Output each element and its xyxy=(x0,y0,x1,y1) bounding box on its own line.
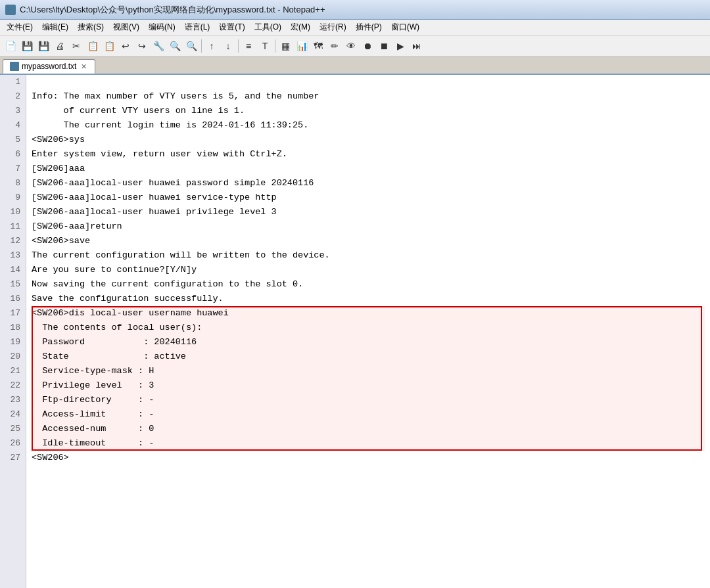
active-tab[interactable]: mypassword.txt ✕ xyxy=(3,59,95,74)
lines-container: Info: The max number of VTY users is 5, … xyxy=(32,75,705,465)
tab-close-button[interactable]: ✕ xyxy=(79,62,88,71)
editor: 1234567891011121314151617181920212223242… xyxy=(0,75,710,588)
code-line: <SW206>sys xyxy=(32,133,705,147)
toolbar-button[interactable]: 🗺 xyxy=(310,38,326,54)
toolbar-button[interactable]: ⏺ xyxy=(360,38,375,54)
toolbar-button[interactable]: ▶ xyxy=(392,38,408,54)
menu-item[interactable]: 搜索(S) xyxy=(74,20,108,34)
toolbar-button[interactable]: ⏭ xyxy=(409,38,425,54)
toolbar-icon: ⏺ xyxy=(363,41,372,51)
line-number: 21 xyxy=(5,364,20,378)
menu-item[interactable]: 文件(E) xyxy=(3,20,37,34)
toolbar-icon: ↓ xyxy=(226,41,231,51)
editor-content: 1234567891011121314151617181920212223242… xyxy=(0,75,710,588)
line-number: 13 xyxy=(5,248,20,263)
app-icon xyxy=(5,5,16,15)
toolbar-icon: 📄 xyxy=(5,41,16,51)
toolbar-button[interactable]: 💾 xyxy=(19,38,35,54)
toolbar: 📄💾💾🖨✂📋📋↩↪🔧🔍🔍↑↓≡T▦📊🗺✏👁⏺⏹▶⏭ xyxy=(0,35,710,57)
menu-item[interactable]: 语言(L) xyxy=(181,20,214,34)
toolbar-button[interactable]: ↓ xyxy=(220,38,236,54)
toolbar-icon: 💾 xyxy=(22,41,33,51)
toolbar-separator xyxy=(238,39,239,53)
code-line: Access-limit : - xyxy=(32,407,705,422)
toolbar-icon: 📋 xyxy=(87,41,99,51)
toolbar-separator xyxy=(275,39,275,53)
code-line: State : active xyxy=(32,350,705,364)
toolbar-button[interactable]: ↩ xyxy=(118,38,133,54)
code-line: The current login time is 2024-01-16 11:… xyxy=(32,118,705,133)
toolbar-separator xyxy=(201,39,202,53)
code-line: [SW206]aaa xyxy=(32,162,705,176)
toolbar-button[interactable]: ✂ xyxy=(68,38,84,54)
menu-item[interactable]: 宏(M) xyxy=(287,20,314,34)
toolbar-icon: ▦ xyxy=(281,41,290,51)
line-number: 17 xyxy=(5,306,20,321)
line-number: 3 xyxy=(5,104,20,118)
toolbar-icon: 📊 xyxy=(296,41,308,51)
title-bar: C:\Users\lty\Desktop\公众号\python实现网络自动化\m… xyxy=(0,0,710,20)
code-line: [SW206-aaa]local-user huawei service-typ… xyxy=(32,191,705,205)
menu-item[interactable]: 插件(P) xyxy=(352,20,386,34)
toolbar-button[interactable]: ✏ xyxy=(327,38,343,54)
code-line: Now saving the current configuration to … xyxy=(32,277,705,292)
toolbar-button[interactable]: 📋 xyxy=(85,38,101,54)
line-number: 23 xyxy=(5,393,20,407)
toolbar-button[interactable]: 👁 xyxy=(343,38,359,54)
line-number: 12 xyxy=(5,234,20,248)
line-number: 27 xyxy=(5,451,20,465)
code-line: Enter system view, return user view with… xyxy=(32,147,705,162)
toolbar-button[interactable]: 📋 xyxy=(101,38,117,54)
line-number: 16 xyxy=(5,292,20,306)
toolbar-icon: 👁 xyxy=(346,41,356,51)
toolbar-button[interactable]: ≡ xyxy=(241,38,256,54)
menu-item[interactable]: 工具(O) xyxy=(250,20,285,34)
toolbar-button[interactable]: 🖨 xyxy=(52,38,68,54)
menu-item[interactable]: 运行(R) xyxy=(316,20,350,34)
menu-item[interactable]: 窗口(W) xyxy=(387,20,423,34)
toolbar-button[interactable]: 📊 xyxy=(294,38,310,54)
code-line: Save the configuration successfully. xyxy=(32,292,705,306)
code-line: [SW206-aaa]local-user huawei password si… xyxy=(32,176,705,191)
toolbar-button[interactable]: ↪ xyxy=(134,38,150,54)
toolbar-button[interactable]: ▦ xyxy=(277,38,293,54)
line-number: 11 xyxy=(5,219,20,234)
code-line: [SW206-aaa]local-user huawei privilege l… xyxy=(32,205,705,219)
toolbar-button[interactable]: 🔧 xyxy=(151,38,166,54)
menu-item[interactable]: 设置(T) xyxy=(215,20,248,34)
toolbar-button[interactable]: 💾 xyxy=(36,38,51,54)
line-number: 25 xyxy=(5,422,20,436)
toolbar-button[interactable]: 🔍 xyxy=(167,38,183,54)
toolbar-button[interactable]: ⏹ xyxy=(376,38,392,54)
menu-item[interactable]: 编码(N) xyxy=(145,20,179,34)
line-number: 19 xyxy=(5,335,20,350)
toolbar-icon: ⏹ xyxy=(379,41,389,51)
toolbar-icon: 💾 xyxy=(38,41,49,51)
line-number: 15 xyxy=(5,277,20,292)
line-numbers: 1234567891011121314151617181920212223242… xyxy=(0,75,26,588)
toolbar-icon: ▶ xyxy=(397,41,404,51)
line-number: 1 xyxy=(5,75,20,89)
code-area[interactable]: Info: The max number of VTY users is 5, … xyxy=(26,75,710,465)
code-line: of current VTY users on line is 1. xyxy=(32,104,705,118)
code-line xyxy=(32,75,705,89)
line-number: 5 xyxy=(5,133,20,147)
toolbar-button[interactable]: T xyxy=(257,38,273,54)
code-line: Info: The max number of VTY users is 5, … xyxy=(32,89,705,104)
toolbar-icon: 🔧 xyxy=(153,41,164,51)
menu-item[interactable]: 编辑(E) xyxy=(38,20,72,34)
toolbar-icon: ↩ xyxy=(122,41,130,51)
toolbar-button[interactable]: 🔍 xyxy=(183,38,199,54)
code-line: Privilege level : 3 xyxy=(32,378,705,393)
code-line: Accessed-num : 0 xyxy=(32,422,705,436)
toolbar-button[interactable]: 📄 xyxy=(3,38,18,54)
menu-item[interactable]: 视图(V) xyxy=(109,20,143,34)
code-line: Password : 20240116 xyxy=(32,335,705,350)
line-number: 9 xyxy=(5,191,20,205)
toolbar-icon: ↪ xyxy=(138,41,146,51)
line-number: 7 xyxy=(5,162,20,176)
code-line: <SW206>dis local-user username huawei xyxy=(32,306,705,321)
toolbar-button[interactable]: ↑ xyxy=(204,38,220,54)
line-number: 4 xyxy=(5,118,20,133)
line-number: 10 xyxy=(5,205,20,219)
